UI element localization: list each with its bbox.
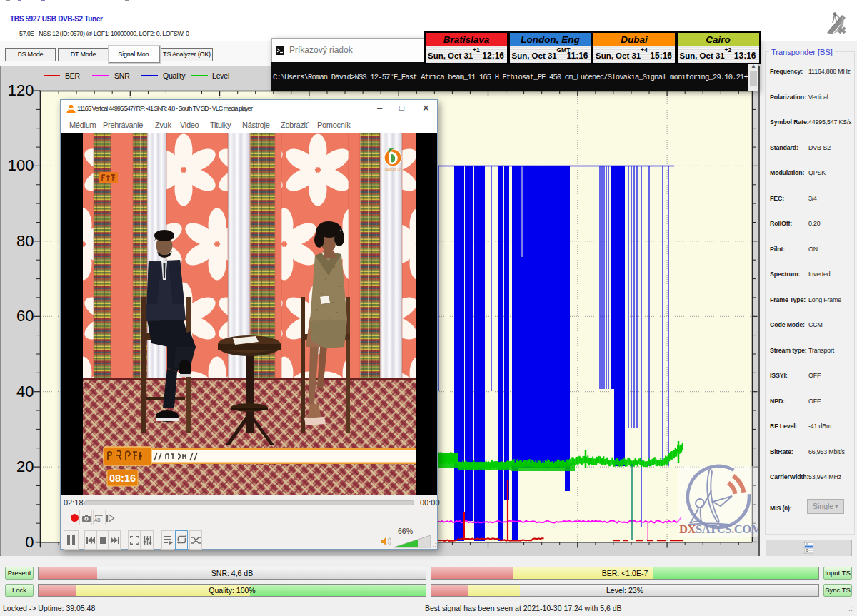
svg-text:DEBUB TV: DEBUB TV (385, 168, 401, 171)
svg-text:120: 120 (8, 85, 34, 99)
svg-text:AB: AB (94, 517, 101, 522)
svg-text:80: 80 (16, 232, 34, 250)
svg-text:DXSATCS.COM: DXSATCS.COM (679, 522, 758, 536)
svg-text:40: 40 (16, 383, 34, 400)
svg-text:60: 60 (16, 307, 34, 325)
svg-text:0: 0 (25, 533, 34, 551)
svg-text:20: 20 (16, 458, 34, 475)
svg-text:08:16: 08:16 (109, 473, 136, 484)
svg-text:100: 100 (8, 156, 34, 174)
